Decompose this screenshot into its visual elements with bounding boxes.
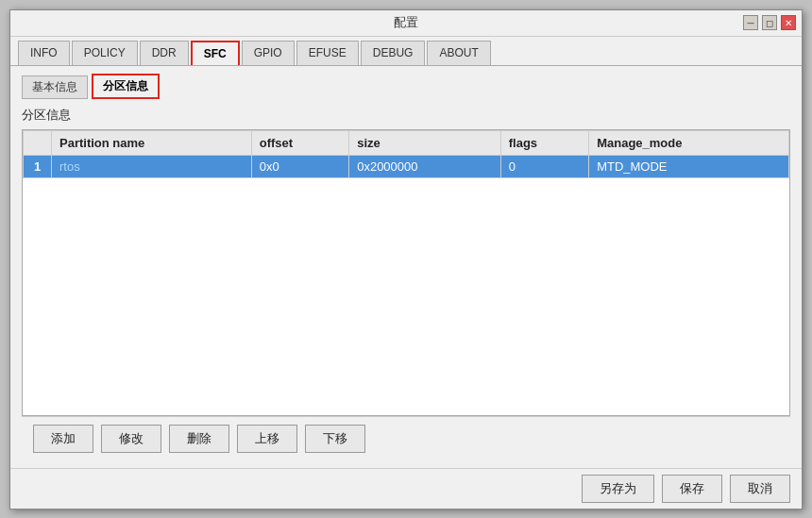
cell-flags: 0: [500, 155, 588, 177]
cell-offset: 0x0: [251, 155, 348, 177]
tab-ddr[interactable]: DDR: [140, 41, 189, 65]
cell-manage-mode: MTD_MODE: [589, 155, 789, 177]
add-button[interactable]: 添加: [33, 425, 93, 453]
titlebar: 配置 ─ ◻ ✕: [10, 10, 802, 37]
window-title: 配置: [394, 14, 418, 31]
action-buttons: 添加 修改 删除 上移 下移: [22, 416, 790, 460]
tab-debug[interactable]: DEBUG: [361, 41, 426, 65]
partition-table-container: Partition name offset size flags Manage_…: [22, 129, 790, 416]
save-as-button[interactable]: 另存为: [582, 475, 654, 503]
section-title: 分区信息: [22, 107, 790, 124]
table-header-row: Partition name offset size flags Manage_…: [24, 130, 789, 155]
tab-info[interactable]: INFO: [18, 41, 70, 65]
cell-size: 0x2000000: [349, 155, 501, 177]
move-up-button[interactable]: 上移: [237, 425, 297, 453]
restore-button[interactable]: ◻: [762, 15, 777, 30]
col-num: [24, 130, 52, 155]
content-area: 基本信息 分区信息 分区信息 Partition name offset siz…: [10, 66, 802, 468]
col-flags: flags: [500, 130, 588, 155]
main-window: 配置 ─ ◻ ✕ INFO POLICY DDR SFC GPIO EFUSE …: [9, 9, 803, 510]
save-button[interactable]: 保存: [662, 475, 722, 503]
cancel-button[interactable]: 取消: [730, 475, 790, 503]
table-row[interactable]: 1rtos0x00x20000000MTD_MODE: [24, 155, 789, 177]
delete-button[interactable]: 删除: [169, 425, 229, 453]
footer-bar: 另存为 保存 取消: [10, 468, 802, 509]
tab-about[interactable]: ABOUT: [427, 41, 490, 65]
col-manage-mode: Manage_mode: [589, 130, 789, 155]
sub-tab-basic[interactable]: 基本信息: [22, 75, 88, 99]
close-button[interactable]: ✕: [781, 15, 796, 30]
tab-efuse[interactable]: EFUSE: [296, 41, 359, 65]
tab-gpio[interactable]: GPIO: [242, 41, 295, 65]
edit-button[interactable]: 修改: [101, 425, 161, 453]
minimize-button[interactable]: ─: [743, 15, 758, 30]
tab-sfc[interactable]: SFC: [191, 41, 240, 65]
move-down-button[interactable]: 下移: [305, 425, 365, 453]
col-offset: offset: [251, 130, 348, 155]
tab-policy[interactable]: POLICY: [72, 41, 138, 65]
sub-tab-bar: 基本信息 分区信息: [22, 74, 790, 99]
col-size: size: [349, 130, 501, 155]
partition-table: Partition name offset size flags Manage_…: [23, 130, 789, 178]
cell-partition-name: rtos: [52, 155, 252, 177]
cell-num: 1: [24, 155, 52, 177]
tab-bar: INFO POLICY DDR SFC GPIO EFUSE DEBUG ABO…: [10, 37, 802, 66]
sub-tab-partition[interactable]: 分区信息: [92, 74, 160, 99]
col-partition-name: Partition name: [52, 130, 252, 155]
window-controls: ─ ◻ ✕: [743, 15, 796, 30]
